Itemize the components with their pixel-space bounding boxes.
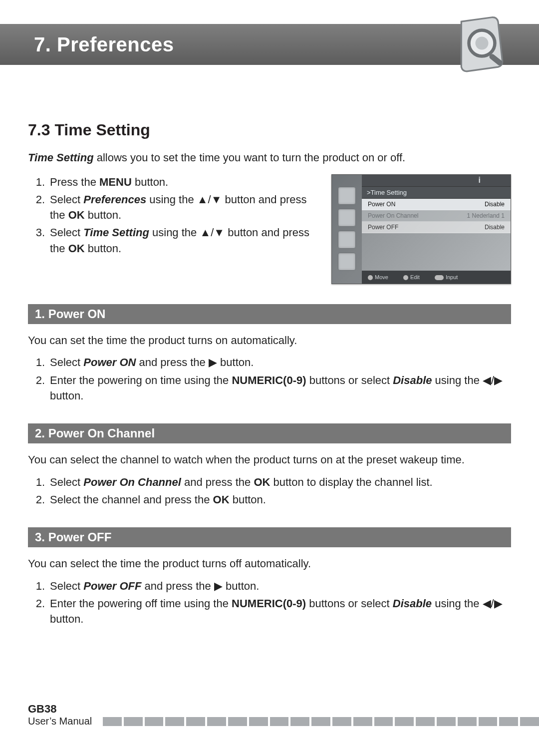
ui-hint-move: Move <box>368 274 388 280</box>
subsection-title-power-on-channel: 2. Power On Channel <box>28 423 511 443</box>
ui-row-value: Disable <box>485 224 505 231</box>
sidebar-icon-2 <box>338 209 356 227</box>
footer-stripe <box>103 717 539 726</box>
page-number: GB38 <box>28 703 103 716</box>
document-name: User’s Manual <box>28 716 103 727</box>
power-on-step-2: Enter the powering on time using the NUM… <box>28 373 511 403</box>
ui-row-label: Power ON <box>368 201 395 208</box>
subsection-desc-power-on: You can set the time the product turns o… <box>28 333 511 348</box>
intro-steps-row: Press the MENU button. Select Preference… <box>28 174 511 284</box>
intro-step-2: Select Preferences using the ▲/▼ button … <box>28 192 320 223</box>
section-intro: Time Setting allows you to set the time … <box>28 150 511 165</box>
intro-steps: Press the MENU button. Select Preference… <box>28 174 320 258</box>
chapter-title-bar: 7. Preferences <box>0 24 539 65</box>
sidebar-icon-4 <box>338 253 356 271</box>
intro-step-1: Press the MENU button. <box>28 174 320 190</box>
ui-row-label: Power OFF <box>368 224 398 231</box>
sidebar-icon-1 <box>338 187 356 205</box>
magnifier-page-icon <box>446 14 511 79</box>
power-on-channel-step-1: Select Power On Channel and press the OK… <box>28 474 511 490</box>
subsection-title-power-off: 3. Power OFF <box>28 527 511 547</box>
ui-screenshot-main: i >Time Setting Power ON Disable Power O… <box>362 175 511 284</box>
power-on-step-1: Select Power ON and press the ▶ button. <box>28 355 511 370</box>
ui-hint-edit: Edit <box>403 274 420 280</box>
ui-screenshot-sidebar <box>332 175 362 284</box>
ui-row-power-off: Power OFF Disable <box>362 222 511 233</box>
footer-text: GB38 User’s Manual <box>28 703 103 727</box>
power-off-step-1: Select Power OFF and press the ▶ button. <box>28 578 511 594</box>
svg-rect-2 <box>488 53 504 66</box>
ui-row-power-on-channel: Power On Channel 1 Nederland 1 <box>362 210 511 222</box>
svg-point-1 <box>476 37 489 50</box>
intro-step-3: Select Time Setting using the ▲/▼ button… <box>28 225 320 256</box>
ui-breadcrumb: >Time Setting <box>362 187 511 199</box>
subsection-desc-power-off: You can select the time the product turn… <box>28 556 511 571</box>
page-footer: GB38 User’s Manual <box>28 703 539 727</box>
ui-screenshot-top: i <box>362 175 511 187</box>
ui-hint-bar: Move Edit Input <box>362 271 511 284</box>
ui-row-list: Power ON Disable Power On Channel 1 Nede… <box>362 199 511 271</box>
intro-lead: Time Setting <box>28 151 94 164</box>
chapter-title: 7. Preferences <box>34 33 174 56</box>
power-on-channel-step-2: Select the channel and press the OK butt… <box>28 492 511 507</box>
ui-row-power-on: Power ON Disable <box>362 199 511 210</box>
ui-row-label: Power On Channel <box>368 212 418 219</box>
power-off-step-2: Enter the powering off time using the NU… <box>28 596 511 627</box>
ui-row-value: 1 Nederland 1 <box>467 212 505 219</box>
ui-hint-input: Input <box>435 274 458 280</box>
chapter-header: 7. Preferences <box>0 0 539 82</box>
subsection-desc-power-on-channel: You can select the channel to watch when… <box>28 452 511 467</box>
svg-point-0 <box>469 30 495 56</box>
sidebar-icon-3 <box>338 231 356 249</box>
subsection-title-power-on: 1. Power ON <box>28 304 511 324</box>
page-content: 7.3 Time Setting Time Setting allows you… <box>0 82 539 627</box>
ui-screenshot: i >Time Setting Power ON Disable Power O… <box>331 174 511 284</box>
section-title: 7.3 Time Setting <box>28 121 511 139</box>
intro-rest: allows you to set the time you want to t… <box>94 151 406 164</box>
ui-row-value: Disable <box>485 201 505 208</box>
info-icon: i <box>479 176 481 185</box>
